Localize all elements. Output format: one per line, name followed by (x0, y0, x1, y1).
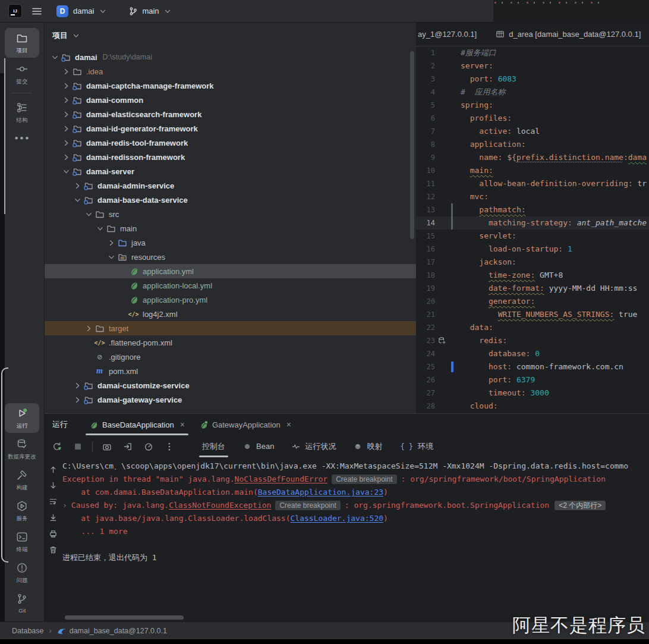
line-number[interactable]: 18 (416, 269, 435, 282)
line-number[interactable]: 17 (416, 256, 435, 269)
code-line[interactable]: 22 data: (416, 321, 649, 334)
line-number[interactable]: 24 (416, 347, 435, 360)
trash-button[interactable] (48, 544, 58, 555)
line-number[interactable]: 11 (416, 177, 435, 190)
chevron-right-icon[interactable] (61, 81, 71, 90)
softwrap-button[interactable] (48, 496, 58, 507)
tree-row[interactable]: damai-base-data-service (45, 193, 416, 207)
create-breakpoint-badge[interactable]: Create breakpoint (275, 501, 340, 510)
tree-row[interactable]: src (45, 207, 416, 221)
line-number[interactable]: 23 (416, 334, 435, 347)
statusbar-connection[interactable]: damai_base_data@127.0.0.1 (57, 626, 167, 635)
arrow-up-button[interactable] (48, 464, 58, 475)
code-line[interactable]: 4 # 应用名称 (416, 86, 649, 99)
line-number[interactable]: 12 (416, 190, 435, 203)
line-number[interactable]: 5 (416, 99, 435, 112)
tree-row[interactable]: damai-server (45, 164, 416, 178)
chevron-right-icon[interactable] (61, 139, 71, 147)
code-line[interactable]: 27 timeout: 3000 (416, 387, 649, 400)
intellij-logo-icon[interactable]: IJ (8, 4, 22, 18)
tree-row[interactable]: damai-redis-tool-framework (45, 136, 416, 150)
tree-row[interactable]: damai D:\study\damai (45, 50, 416, 64)
code-line[interactable]: 14 matching-strategy: ant_path_matche (416, 216, 649, 230)
folded-lines-badge[interactable]: <2 个内部行> (555, 501, 606, 510)
run-tab-basedata[interactable]: BaseDataApplication × (82, 414, 192, 435)
code-line[interactable]: 9 name: ${prefix.distinction.name:dama (416, 151, 649, 164)
view-tab-environment[interactable]: { } 环境 (391, 435, 442, 457)
line-number[interactable]: 6 (416, 112, 435, 125)
tree-row[interactable]: damai-common (45, 93, 416, 107)
tool-button-database-changes[interactable]: 数据库更改 (5, 434, 39, 464)
tool-button-more[interactable]: ••• (5, 128, 39, 146)
line-number[interactable]: 10 (416, 164, 435, 177)
tool-button-commit[interactable]: 提交 (5, 59, 39, 89)
chevron-right-icon[interactable] (106, 238, 116, 247)
tree-row[interactable]: java (45, 235, 416, 250)
code-line[interactable]: 26 port: 6379 (416, 373, 649, 387)
chevron-right-icon[interactable] (73, 395, 83, 404)
tool-button-run[interactable]: 运行 (5, 403, 39, 433)
line-number[interactable]: 3 (416, 73, 435, 86)
chevron-down-icon[interactable] (84, 210, 94, 219)
chevron-right-icon[interactable] (73, 181, 83, 190)
line-number[interactable]: 7 (416, 125, 435, 138)
branch-selector[interactable]: main (128, 7, 171, 16)
tree-row[interactable]: damai-customize-service (45, 378, 416, 392)
tree-row[interactable]: damai-id-generator-framework (45, 121, 416, 136)
run-tab-gateway[interactable]: GatewayApplication × (192, 414, 298, 435)
line-number[interactable]: 16 (416, 243, 435, 256)
tree-scrollbar[interactable] (410, 51, 414, 239)
tree-row[interactable]: target (45, 321, 416, 335)
code-line[interactable]: 15 servlet: (416, 230, 649, 243)
code-line[interactable]: 11 allow-bean-definition-overriding: tr (416, 177, 649, 190)
console-output[interactable]: C:\Users\cm、\scoop\apps\openjdk17\curren… (62, 460, 649, 564)
code-line[interactable]: 5 spring: (416, 99, 649, 112)
more-options-button[interactable]: ⋮ (163, 440, 176, 453)
tool-button-services[interactable]: 服务 (5, 496, 39, 526)
line-number[interactable]: 13 (416, 203, 435, 216)
tree-row[interactable]: damai-captcha-manage-framework (45, 78, 416, 93)
line-number[interactable]: 8 (416, 138, 435, 151)
code-line[interactable]: 12 mvc: (416, 190, 649, 203)
line-number[interactable]: 15 (416, 230, 435, 243)
statusbar-database-label[interactable]: Database (12, 627, 44, 635)
tree-row[interactable]: .idea (45, 64, 416, 78)
hamburger-menu-icon[interactable] (29, 4, 45, 19)
tree-row[interactable]: application.yml (45, 264, 416, 278)
editor-tab[interactable]: ay_1@127.0.0.1] (416, 23, 486, 46)
rerun-button[interactable] (51, 440, 64, 453)
line-number[interactable]: 20 (416, 295, 435, 308)
console-link[interactable]: NoClassDefFoundError (235, 475, 328, 483)
code-area[interactable]: 1 #服务端口 2 server: 3 port: 6083 4 # 应用名称 … (416, 46, 649, 413)
tree-row[interactable]: application-local.yml (45, 278, 416, 293)
tree-row[interactable]: m pom.xml (45, 364, 416, 378)
chevron-right-icon[interactable] (73, 381, 83, 390)
line-number[interactable]: 2 (416, 59, 435, 73)
chevron-down-icon[interactable] (73, 196, 83, 205)
close-icon[interactable]: × (180, 420, 185, 429)
code-line[interactable]: 21 WRITE_NUMBERS_AS_STRINGS: true (416, 308, 649, 321)
tree-row[interactable]: damai-redisson-framework (45, 150, 416, 164)
code-line[interactable]: 1 #服务端口 (416, 46, 649, 59)
chevron-down-icon[interactable] (61, 167, 71, 176)
line-number[interactable]: 19 (416, 282, 435, 295)
chevron-right-icon[interactable] (61, 96, 71, 105)
chevron-right-icon[interactable] (61, 124, 71, 133)
tree-row[interactable]: damai-elasticsearch-framework (45, 107, 416, 121)
code-line[interactable]: 10 main: (416, 164, 649, 177)
scrollend-button[interactable] (48, 512, 58, 523)
line-number[interactable]: 1 (416, 46, 435, 59)
code-line[interactable]: 25 host: common-framework.com.cn (416, 360, 649, 373)
tree-row[interactable]: damai-gateway-service (45, 392, 416, 407)
code-line[interactable]: 23 redis: (416, 334, 649, 347)
line-number[interactable]: 4 (416, 86, 435, 99)
code-line[interactable]: 19 date-format: yyyy-MM-dd HH:mm:ss (416, 282, 649, 295)
line-number[interactable]: 9 (416, 151, 435, 164)
code-line[interactable]: 7 active: local (416, 125, 649, 138)
code-line[interactable]: 3 port: 6083 (416, 73, 649, 86)
project-panel-header[interactable]: 项目 (45, 23, 416, 49)
view-tab-bean[interactable]: Bean (234, 435, 283, 457)
line-number[interactable]: 27 (416, 387, 435, 400)
line-number[interactable]: 22 (416, 321, 435, 334)
code-line[interactable]: 2 server: (416, 59, 649, 73)
